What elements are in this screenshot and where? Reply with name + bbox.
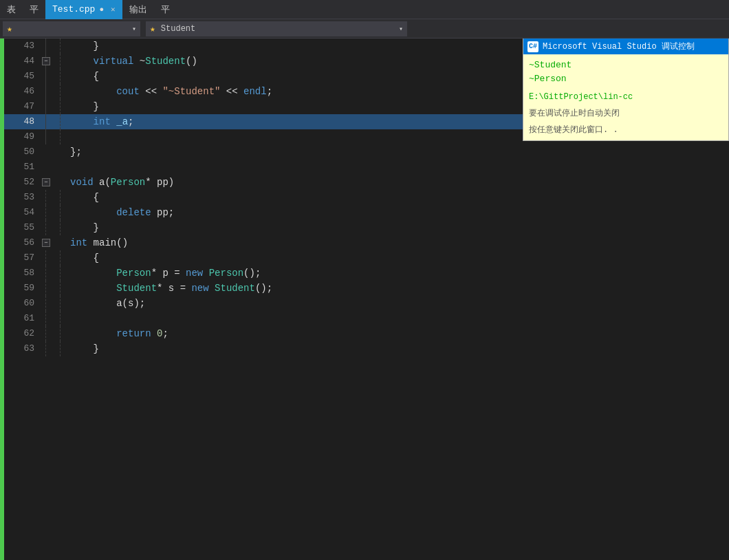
debug-console[interactable]: C# Microsoft Visual Studio 调试控制 ~Student… — [523, 39, 729, 141]
tab-label-table[interactable]: 表 — [0, 3, 23, 16]
line-number-58: 58 — [4, 266, 40, 281]
tab-label-flat[interactable]: 平 — [23, 3, 45, 16]
tab-bar: 表 平 Test.cpp ● ✕ 输出 平 — [0, 0, 729, 19]
table-row: 52 − void a(Person* pp) — [4, 175, 729, 190]
indent-54 — [52, 205, 67, 220]
indent-46 — [52, 84, 67, 99]
indent-vl-63 — [60, 341, 61, 356]
fold-cell-56[interactable]: − — [40, 235, 52, 250]
fold-cell-46 — [40, 84, 52, 99]
fold-button-52[interactable]: − — [42, 178, 50, 186]
vline-dash-61 — [45, 311, 46, 326]
debug-output-line-1: ~Student — [529, 58, 723, 72]
vline-dash-62 — [45, 326, 46, 341]
indent-vl-53 — [60, 190, 61, 205]
nav-dropdown-scope-arrow: ▾ — [132, 25, 136, 33]
indent-vl-54 — [60, 205, 61, 220]
indent-vl-60 — [60, 296, 61, 311]
indent-63 — [52, 341, 67, 356]
nav-dropdown-member-label: Student — [161, 24, 195, 34]
debug-console-title: Microsoft Visual Studio 调试控制 — [543, 41, 695, 52]
indent-vl-45 — [60, 69, 61, 84]
fold-button-44[interactable]: − — [42, 57, 50, 65]
line-number-48: 48 — [4, 114, 40, 129]
indent-62 — [52, 326, 67, 341]
fold-cell-50 — [40, 144, 52, 160]
debug-console-title-bar: C# Microsoft Visual Studio 调试控制 — [523, 39, 728, 54]
indent-50 — [52, 144, 67, 160]
vline-45 — [45, 69, 46, 84]
debug-note-2: 按任意键关闭此窗口. . — [529, 124, 723, 136]
tab-close-button[interactable]: ✕ — [111, 5, 116, 14]
fold-cell-61 — [40, 311, 52, 326]
indent-59 — [52, 281, 67, 296]
fold-cell-49 — [40, 129, 52, 144]
indent-60 — [52, 296, 67, 311]
fold-cell-58 — [40, 266, 52, 281]
code-line-60: a(s); — [67, 296, 729, 311]
fold-cell-55 — [40, 220, 52, 235]
line-number-46: 46 — [4, 84, 40, 99]
line-number-44: 44 — [4, 54, 40, 69]
nav-star-icon-2: ★ — [150, 23, 155, 34]
fold-cell-48 — [40, 114, 52, 129]
line-number-54: 54 — [4, 205, 40, 220]
vline-dash-53 — [45, 190, 46, 205]
fold-cell-44[interactable]: − — [40, 54, 52, 69]
debug-output-path: E:\GittProject\lin-cc — [529, 91, 723, 103]
nav-dropdown-member[interactable]: ★ Student ▾ — [146, 21, 407, 36]
indent-vl-62 — [60, 326, 61, 341]
indent-51 — [52, 160, 67, 175]
indent-56 — [52, 235, 67, 250]
table-row: 57 { — [4, 250, 729, 266]
vline-49 — [45, 129, 46, 144]
debug-note-1: 要在调试停止时自动关闭 — [529, 107, 723, 120]
fold-cell-51 — [40, 160, 52, 175]
fold-cell-45 — [40, 69, 52, 84]
line-number-52: 52 — [4, 175, 40, 190]
indent-48 — [52, 114, 67, 129]
nav-star-icon-1: ★ — [7, 23, 12, 34]
tab-label-output[interactable]: 输出 — [122, 3, 154, 16]
nav-dropdown-scope[interactable]: ★ ▾ — [3, 21, 140, 36]
vline-46 — [45, 84, 46, 99]
debug-output-spacer — [529, 85, 723, 91]
vline-dash-55 — [45, 220, 46, 235]
table-row: 50 }; — [4, 144, 729, 160]
table-row: 58 Person* p = new Person(); — [4, 266, 729, 281]
indent-vl-46 — [60, 84, 61, 99]
fold-cell-60 — [40, 296, 52, 311]
table-row: 54 delete pp; — [4, 205, 729, 220]
fold-cell-52[interactable]: − — [40, 175, 52, 190]
code-line-50: }; — [67, 144, 729, 160]
line-number-49: 49 — [4, 129, 40, 144]
code-line-61 — [67, 311, 729, 326]
indent-vl-43 — [60, 39, 61, 54]
code-editor[interactable]: 43 } 44 − virtual ~Student() 45 — [0, 39, 729, 560]
line-number-56: 56 — [4, 235, 40, 250]
code-line-56: int main() — [67, 235, 729, 250]
tab-modified-icon: ● — [99, 6, 104, 14]
fold-cell-43 — [40, 39, 52, 54]
active-tab[interactable]: Test.cpp ● ✕ — [45, 0, 122, 19]
line-number-62: 62 — [4, 326, 40, 341]
indent-vl-48 — [60, 114, 61, 129]
tab-label-flat2[interactable]: 平 — [154, 3, 177, 16]
code-line-57: { — [67, 250, 729, 266]
line-number-63: 63 — [4, 341, 40, 356]
debug-vs-icon: C# — [527, 41, 538, 52]
line-number-57: 57 — [4, 250, 40, 266]
nav-dropdown-member-arrow: ▾ — [399, 25, 403, 33]
vline-dash-63 — [45, 341, 46, 356]
vline-48 — [45, 114, 46, 129]
line-number-59: 59 — [4, 281, 40, 296]
code-line-54: delete pp; — [67, 205, 729, 220]
code-line-62: return 0; — [67, 326, 729, 341]
indent-57 — [52, 250, 67, 266]
indent-44 — [52, 54, 67, 69]
line-number-60: 60 — [4, 296, 40, 311]
indent-53 — [52, 190, 67, 205]
fold-button-56[interactable]: − — [42, 239, 50, 247]
indent-61 — [52, 311, 67, 326]
indent-vl-61 — [60, 311, 61, 326]
